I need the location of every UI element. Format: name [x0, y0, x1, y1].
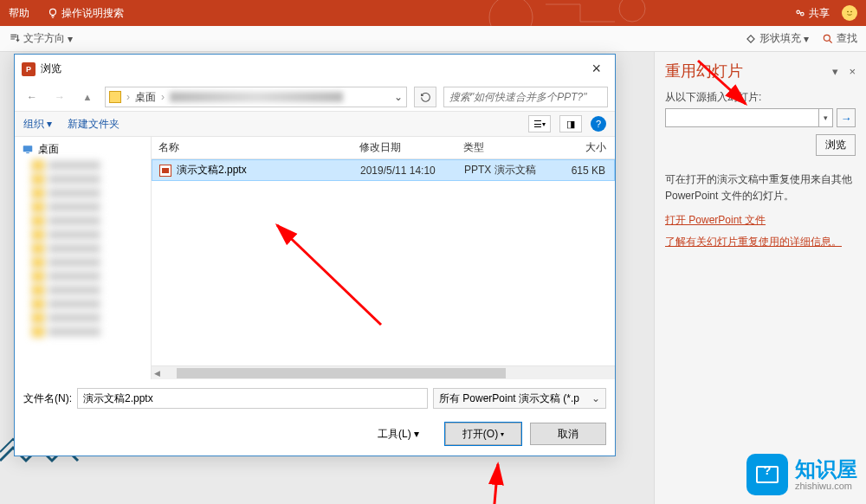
address-bar[interactable]: › 桌面 › ⌄: [105, 87, 407, 107]
file-size: 615 KB: [551, 165, 614, 177]
refresh-icon: [420, 92, 431, 103]
shape-fill-button[interactable]: 形状填充 ▾: [745, 31, 809, 46]
learn-more-link[interactable]: 了解有关幻灯片重复使用的详细信息。: [665, 235, 856, 249]
file-date: 2019/5/11 14:10: [360, 165, 464, 177]
share-button[interactable]: 共享: [794, 6, 830, 21]
dialog-title: 浏览: [41, 61, 61, 76]
navigation-row: ← → ▲ › 桌面 › ⌄: [15, 83, 615, 111]
up-button[interactable]: ▲: [77, 92, 98, 102]
column-type[interactable]: 类型: [463, 140, 550, 155]
file-row[interactable]: 演示文稿2.pptx 2019/5/11 14:10 PPTX 演示文稿 615…: [152, 159, 615, 181]
breadcrumb-root[interactable]: 桌面: [135, 90, 156, 105]
breadcrumb-item[interactable]: [170, 92, 343, 102]
panel-subtitle: 从以下源插入幻灯片:: [665, 90, 856, 105]
tree-item[interactable]: [15, 214, 151, 228]
close-button[interactable]: ×: [585, 60, 608, 78]
ribbon-tools: 文字方向 ▾ 形状填充 ▾ 查找: [0, 26, 866, 52]
column-name[interactable]: 名称: [152, 140, 359, 155]
search-icon: [822, 33, 834, 45]
back-button[interactable]: ←: [22, 91, 42, 103]
column-date[interactable]: 修改日期: [359, 140, 463, 155]
folder-icon: [32, 229, 44, 240]
tree-item[interactable]: [15, 186, 151, 200]
source-input[interactable]: ▾: [665, 108, 833, 127]
feedback-icon[interactable]: [842, 5, 857, 21]
folder-icon: [32, 202, 44, 212]
reuse-slides-panel: 重用幻灯片 ▾ × 从以下源插入幻灯片: ▾ → 浏览 可在打开的演示文稿中重复…: [654, 52, 866, 504]
preview-pane-button[interactable]: ◨: [559, 115, 582, 132]
fill-icon: [745, 33, 757, 45]
editor-area: P 浏览 × ← → ▲ › 桌面 › ⌄: [0, 52, 654, 504]
watermark-icon: ?: [746, 454, 788, 495]
tree-item[interactable]: [15, 325, 151, 339]
open-button[interactable]: 打开(O) ▾: [445, 423, 521, 445]
chevron-right-icon: ›: [126, 91, 130, 103]
chevron-down-icon: ⌄: [591, 392, 600, 404]
file-filter-dropdown[interactable]: 所有 PowerPoint 演示文稿 (*.p ⌄: [433, 388, 606, 409]
tree-item[interactable]: [15, 255, 151, 269]
organize-button[interactable]: 组织 ▾: [23, 117, 52, 132]
tree-item[interactable]: [15, 200, 151, 214]
column-size[interactable]: 大小: [550, 140, 615, 155]
chevron-down-icon: ▾: [68, 33, 73, 45]
tree-item[interactable]: [15, 242, 151, 255]
tree-item-desktop[interactable]: 桌面: [15, 140, 151, 158]
svg-rect-8: [23, 145, 33, 152]
go-button[interactable]: →: [837, 108, 856, 127]
horizontal-scrollbar[interactable]: ◀: [152, 365, 615, 379]
browse-button[interactable]: 浏览: [816, 134, 856, 156]
dialog-buttons: 工具(L) ▾ 打开(O) ▾ 取消: [15, 417, 615, 456]
tree-item[interactable]: [15, 269, 151, 283]
tools-button[interactable]: 工具(L) ▾: [378, 427, 419, 442]
tree-item[interactable]: [15, 297, 151, 311]
folder-icon: [32, 285, 44, 295]
folder-icon: [32, 160, 44, 171]
tell-me-search[interactable]: 操作说明搜索: [47, 6, 124, 21]
tree-item[interactable]: [15, 311, 151, 325]
folder-icon: [32, 243, 44, 254]
view-options-button[interactable]: ☰ ▾: [528, 115, 551, 132]
refresh-button[interactable]: [414, 87, 436, 107]
powerpoint-icon: P: [22, 62, 36, 76]
svg-point-0: [50, 9, 56, 15]
file-open-dialog: P 浏览 × ← → ▲ › 桌面 › ⌄: [14, 54, 616, 456]
search-input[interactable]: [443, 87, 608, 107]
help-tab[interactable]: 帮助: [9, 6, 29, 21]
open-file-link[interactable]: 打开 PowerPoint 文件: [665, 213, 856, 228]
text-direction-icon: [9, 33, 21, 45]
folder-icon: [32, 299, 44, 309]
chevron-down-icon[interactable]: ▾: [818, 109, 832, 126]
chevron-down-icon: ▾: [47, 118, 52, 130]
folder-icon: [32, 216, 44, 226]
watermark-title: 知识屋: [795, 458, 857, 481]
svg-point-3: [797, 10, 800, 14]
panel-options-button[interactable]: ▾: [832, 65, 838, 78]
new-folder-button[interactable]: 新建文件夹: [68, 117, 120, 132]
svg-point-5: [848, 11, 849, 12]
forward-button[interactable]: →: [49, 91, 70, 103]
filename-row: 文件名(N): 所有 PowerPoint 演示文稿 (*.p ⌄: [15, 379, 615, 417]
help-button[interactable]: ?: [591, 116, 606, 132]
svg-rect-9: [26, 152, 29, 152]
svg-point-6: [851, 11, 852, 12]
panel-title: 重用幻灯片: [665, 61, 743, 81]
tree-item[interactable]: [15, 228, 151, 242]
folder-icon: [32, 326, 44, 337]
tree-item[interactable]: [15, 172, 151, 186]
tree-item[interactable]: [15, 158, 151, 172]
text-direction-button[interactable]: 文字方向 ▾: [9, 31, 73, 46]
svg-line-11: [494, 464, 498, 504]
tree-item[interactable]: [15, 283, 151, 297]
scroll-left-icon[interactable]: ◀: [152, 369, 163, 378]
cancel-button[interactable]: 取消: [530, 423, 606, 445]
pptx-file-icon: [159, 165, 171, 177]
column-headers[interactable]: 名称 修改日期 类型 大小: [152, 137, 615, 159]
find-button[interactable]: 查找: [822, 31, 857, 46]
folder-tree[interactable]: 桌面: [15, 137, 152, 379]
scrollbar-thumb[interactable]: [177, 368, 506, 378]
bulb-icon: [47, 7, 59, 19]
filename-input[interactable]: [77, 388, 428, 409]
chevron-down-icon[interactable]: ⌄: [394, 91, 403, 103]
panel-close-button[interactable]: ×: [849, 65, 856, 78]
folder-icon: [32, 257, 44, 268]
